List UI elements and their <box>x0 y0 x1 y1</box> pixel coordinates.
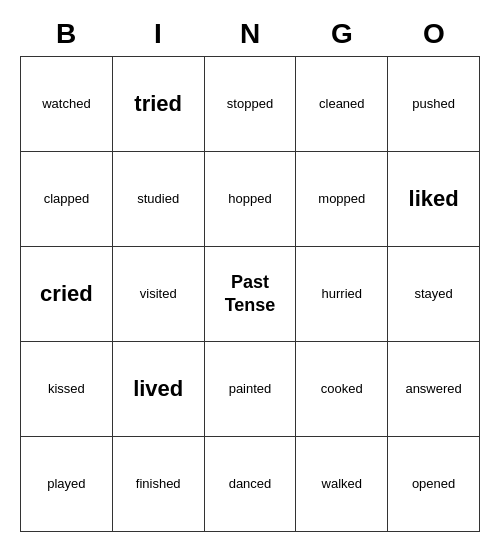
bingo-cell-4-0: played <box>21 437 113 532</box>
cell-text-3-4: answered <box>405 381 461 398</box>
cell-text-1-3: mopped <box>318 191 365 208</box>
bingo-cell-3-1: lived <box>113 342 205 437</box>
bingo-cell-3-4: answered <box>388 342 480 437</box>
cell-text-2-1: visited <box>140 286 177 303</box>
cell-text-3-1: lived <box>133 375 183 404</box>
bingo-cell-3-2: painted <box>205 342 297 437</box>
bingo-cell-2-3: hurried <box>296 247 388 342</box>
header-letter-B: B <box>20 12 112 56</box>
cell-text-1-0: clapped <box>44 191 90 208</box>
bingo-cell-4-4: opened <box>388 437 480 532</box>
bingo-cell-0-2: stopped <box>205 57 297 152</box>
cell-text-2-2: Past Tense <box>209 271 292 318</box>
bingo-cell-0-4: pushed <box>388 57 480 152</box>
cell-text-0-3: cleaned <box>319 96 365 113</box>
cell-text-4-0: played <box>47 476 85 493</box>
bingo-cell-4-2: danced <box>205 437 297 532</box>
cell-text-2-0: cried <box>40 280 93 309</box>
cell-text-0-0: watched <box>42 96 90 113</box>
header-letter-I: I <box>112 12 204 56</box>
bingo-cell-1-4: liked <box>388 152 480 247</box>
cell-text-1-1: studied <box>137 191 179 208</box>
bingo-cell-0-0: watched <box>21 57 113 152</box>
bingo-grid: watchedtriedstoppedcleanedpushedclappeds… <box>20 56 480 532</box>
cell-text-0-2: stopped <box>227 96 273 113</box>
bingo-cell-3-3: cooked <box>296 342 388 437</box>
header-letter-N: N <box>204 12 296 56</box>
bingo-cell-1-1: studied <box>113 152 205 247</box>
bingo-cell-2-0: cried <box>21 247 113 342</box>
bingo-cell-1-3: mopped <box>296 152 388 247</box>
bingo-cell-4-3: walked <box>296 437 388 532</box>
cell-text-2-4: stayed <box>414 286 452 303</box>
header-letter-O: O <box>388 12 480 56</box>
bingo-card: BINGO watchedtriedstoppedcleanedpushedcl… <box>20 12 480 532</box>
cell-text-1-2: hopped <box>228 191 271 208</box>
bingo-cell-3-0: kissed <box>21 342 113 437</box>
cell-text-3-0: kissed <box>48 381 85 398</box>
cell-text-2-3: hurried <box>322 286 362 303</box>
cell-text-0-4: pushed <box>412 96 455 113</box>
cell-text-4-4: opened <box>412 476 455 493</box>
cell-text-4-1: finished <box>136 476 181 493</box>
bingo-cell-2-4: stayed <box>388 247 480 342</box>
bingo-cell-2-2: Past Tense <box>205 247 297 342</box>
bingo-cell-0-3: cleaned <box>296 57 388 152</box>
header-letter-G: G <box>296 12 388 56</box>
bingo-cell-0-1: tried <box>113 57 205 152</box>
bingo-cell-4-1: finished <box>113 437 205 532</box>
cell-text-3-2: painted <box>229 381 272 398</box>
bingo-cell-1-0: clapped <box>21 152 113 247</box>
bingo-cell-2-1: visited <box>113 247 205 342</box>
cell-text-0-1: tried <box>134 90 182 119</box>
cell-text-4-2: danced <box>229 476 272 493</box>
cell-text-3-3: cooked <box>321 381 363 398</box>
bingo-header: BINGO <box>20 12 480 56</box>
bingo-cell-1-2: hopped <box>205 152 297 247</box>
cell-text-4-3: walked <box>322 476 362 493</box>
cell-text-1-4: liked <box>409 185 459 214</box>
